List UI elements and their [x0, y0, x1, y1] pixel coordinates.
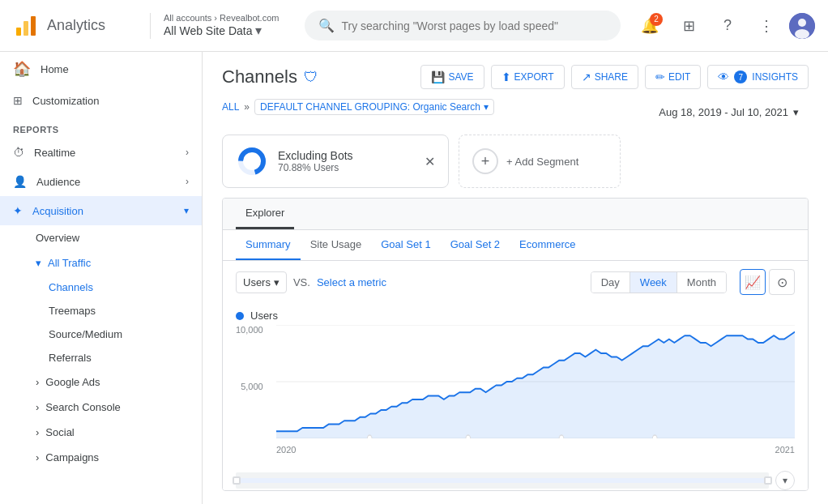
sidebar-item-acquisition[interactable]: ✦ Acquisition ▾ — [0, 196, 202, 225]
chart-svg — [276, 325, 795, 438]
search-bar[interactable]: 🔍 — [305, 11, 621, 41]
sidebar-item-campaigns[interactable]: › Campaigns — [36, 445, 202, 470]
sidebar-label-campaigns: Campaigns — [45, 451, 99, 463]
verified-badge-icon: 🛡 — [304, 69, 318, 86]
sidebar-label-social: Social — [45, 426, 74, 438]
insights-button[interactable]: 👁 7 INSIGHTS — [707, 65, 809, 89]
scrubber-left-handle[interactable] — [233, 476, 241, 485]
more-vert-icon: ⋮ — [759, 17, 774, 35]
sidebar-item-treemaps[interactable]: Treemaps — [49, 299, 202, 322]
save-button[interactable]: 💾 SAVE — [420, 65, 484, 89]
more-vert-button[interactable]: ⋮ — [750, 10, 783, 42]
channel-grouping-selector[interactable]: DEFAULT CHANNEL GROUPING: Organic Search… — [254, 99, 494, 115]
save-label: SAVE — [448, 71, 473, 83]
main-layout: 🏠 Home ⊞ Customization REPORTS ⏱ Realtim… — [0, 52, 828, 504]
sidebar-item-realtime[interactable]: ⏱ Realtime › — [0, 138, 202, 167]
sidebar-label-all-traffic: All Traffic — [48, 257, 91, 269]
sidebar-item-overview[interactable]: Overview — [36, 225, 202, 250]
breadcrumb-all[interactable]: ALL — [222, 101, 239, 113]
audience-expand-icon: › — [186, 176, 189, 187]
timeline-marker — [559, 435, 564, 438]
top-header: Analytics All accounts › Revealbot.com A… — [0, 0, 828, 52]
export-button[interactable]: ⬆ EXPORT — [491, 65, 565, 89]
svg-point-4 — [798, 19, 806, 27]
chevron-down-icon: ▾ — [36, 257, 41, 269]
tab-goal-set-2[interactable]: Goal Set 2 — [441, 230, 510, 260]
tab-summary[interactable]: Summary — [236, 230, 301, 260]
legend-label: Users — [250, 310, 278, 322]
sidebar-item-audience[interactable]: 👤 Audience › — [0, 167, 202, 196]
sidebar-label-home: Home — [41, 63, 69, 75]
sidebar-item-referrals[interactable]: Referrals — [49, 346, 202, 369]
export-label: EXPORT — [514, 71, 554, 83]
page-header: Channels 🛡 💾 SAVE ⬆ EXPORT ↗ SHARE ✏ — [222, 65, 809, 89]
sidebar-item-channels[interactable]: Channels — [49, 275, 202, 299]
line-chart-button[interactable]: 📈 — [740, 269, 766, 295]
tab-ecommerce[interactable]: Ecommerce — [510, 230, 585, 260]
scrubber-track[interactable] — [236, 472, 769, 489]
time-btn-week[interactable]: Week — [630, 272, 677, 293]
select-metric-link[interactable]: Select a metric — [317, 276, 386, 288]
bubble-chart-button[interactable]: ⊙ — [769, 269, 795, 295]
add-segment-card[interactable]: + + Add Segment — [459, 135, 621, 188]
sidebar-item-google-ads[interactable]: › Google Ads — [36, 369, 202, 395]
notifications-button[interactable]: 🔔 2 — [634, 10, 666, 42]
sidebar-label-overview: Overview — [36, 232, 79, 244]
metric-selector[interactable]: Users ▾ — [236, 271, 287, 293]
channel-dropdown-icon: ▾ — [484, 101, 489, 113]
explorer-container: Explorer Summary Site Usage Goal Set 1 G… — [222, 198, 809, 491]
y-axis: 10,000 5,000 — [236, 325, 270, 438]
channel-grouping-label: DEFAULT CHANNEL GROUPING: Organic Search — [260, 101, 480, 113]
sidebar-item-source-medium[interactable]: Source/Medium — [49, 322, 202, 346]
avatar[interactable] — [789, 13, 815, 39]
account-chevron-icon: ▾ — [255, 23, 262, 38]
chart-controls: Users ▾ VS. Select a metric Day Week Mon… — [223, 261, 808, 303]
search-input[interactable] — [341, 19, 607, 32]
y-label-top: 10,000 — [236, 325, 263, 335]
tab-goal-set-1[interactable]: Goal Set 1 — [371, 230, 440, 260]
apps-button[interactable]: ⊞ — [672, 10, 705, 42]
account-name-selector[interactable]: All Web Site Data ▾ — [164, 23, 279, 38]
timeline-marker — [367, 435, 372, 438]
sidebar: 🏠 Home ⊞ Customization REPORTS ⏱ Realtim… — [0, 52, 203, 504]
social-expand-icon: › — [36, 426, 39, 438]
scrubber-dropdown-arrow[interactable]: ▾ — [775, 471, 795, 490]
date-range-chevron-icon: ▾ — [793, 106, 799, 118]
tab-site-usage[interactable]: Site Usage — [301, 230, 372, 260]
legend-dot — [236, 312, 244, 320]
search-console-expand-icon: › — [36, 401, 39, 413]
explorer-tab[interactable]: Explorer — [236, 199, 294, 229]
edit-button[interactable]: ✏ EDIT — [645, 65, 701, 89]
insights-icon: 👁 — [718, 70, 729, 83]
chart-sub-tabs: Summary Site Usage Goal Set 1 Goal Set 2… — [223, 230, 808, 261]
edit-icon: ✏ — [655, 70, 665, 83]
sidebar-label-acquisition: Acquisition — [32, 205, 83, 217]
notification-badge: 2 — [650, 13, 663, 26]
help-button[interactable]: ? — [711, 10, 744, 42]
segment-area: Excluding Bots 70.88% Users ✕ + + Add Se… — [222, 135, 809, 188]
time-btn-day[interactable]: Day — [591, 272, 630, 293]
chart-area-fill — [276, 332, 795, 438]
sidebar-label-google-ads: Google Ads — [45, 376, 100, 388]
time-btn-month[interactable]: Month — [677, 272, 726, 293]
segment-remove-button[interactable]: ✕ — [425, 154, 435, 169]
logo-area: Analytics — [13, 13, 151, 39]
date-range-button[interactable]: Aug 18, 2019 - Jul 10, 2021 ▾ — [649, 101, 809, 123]
sidebar-item-search-console[interactable]: › Search Console — [36, 395, 202, 420]
sidebar-item-all-traffic[interactable]: ▾ All Traffic — [36, 250, 202, 275]
home-icon: 🏠 — [13, 60, 31, 78]
sidebar-item-customization[interactable]: ⊞ Customization — [0, 86, 202, 115]
breadcrumb: ALL » DEFAULT CHANNEL GROUPING: Organic … — [222, 99, 494, 115]
sidebar-item-social[interactable]: › Social — [36, 420, 202, 445]
help-icon: ? — [723, 17, 732, 34]
share-button[interactable]: ↗ SHARE — [571, 65, 638, 89]
page-title: Channels — [222, 66, 297, 88]
realtime-icon: ⏱ — [13, 146, 24, 159]
scrubber-right-handle[interactable] — [764, 476, 772, 485]
sidebar-item-home[interactable]: 🏠 Home — [0, 52, 202, 86]
chart-area: Users 10,000 5,000 — [223, 303, 808, 468]
chart-type-buttons: 📈 ⊙ — [740, 269, 795, 295]
vs-label: VS. — [293, 276, 310, 288]
chart-wrapper: 10,000 5,000 2020 202 — [236, 325, 795, 455]
y-label-mid: 5,000 — [236, 382, 263, 391]
